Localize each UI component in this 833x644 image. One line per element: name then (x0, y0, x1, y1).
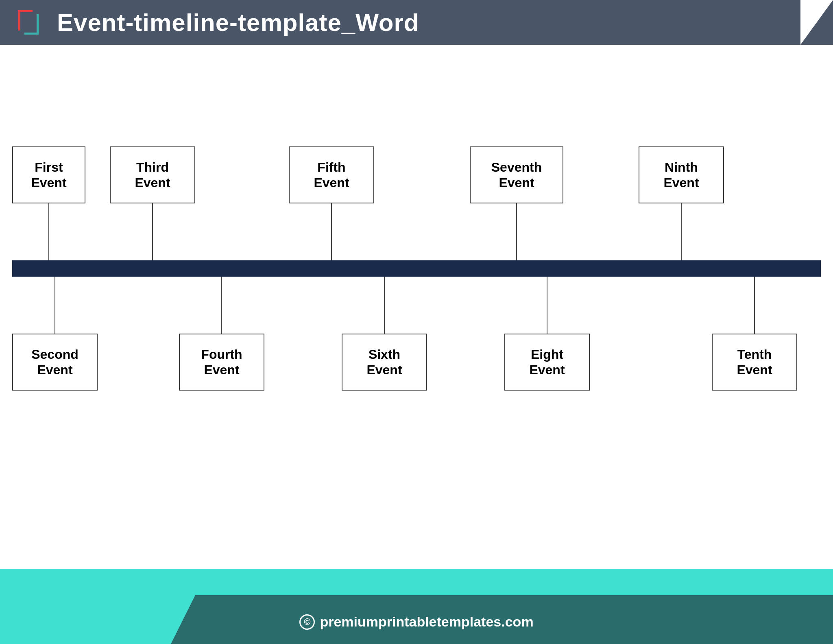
header: Event-timeline-template_Word (0, 0, 833, 45)
page-title: Event-timeline-template_Word (57, 9, 419, 37)
sixth-event-connector (384, 277, 385, 334)
main-content: FirstEvent ThirdEvent FifthEvent Seventh… (0, 45, 833, 594)
first-event-connector (48, 203, 49, 260)
copyright-icon: © (299, 614, 315, 630)
seventh-event-label: SeventhEvent (491, 159, 542, 191)
sixth-event-label: SixthEvent (366, 347, 402, 378)
fifth-event-label: FifthEvent (314, 159, 349, 191)
timeline-bar (12, 260, 821, 277)
tenth-event-box: TenthEvent (712, 334, 797, 391)
logo-p2-icon (24, 14, 39, 35)
first-event-label: FirstEvent (31, 159, 66, 191)
third-event-box: ThirdEvent (110, 146, 195, 203)
sixth-event-box: SixthEvent (342, 334, 427, 391)
tenth-event-label: TenthEvent (737, 347, 772, 378)
second-event-label: SecondEvent (31, 347, 79, 378)
fourth-event-label: FourthEvent (201, 347, 242, 378)
ninth-event-box: NinthEvent (639, 146, 724, 203)
footer-url: premiumprintabletemplates.com (320, 614, 533, 630)
ninth-event-label: NinthEvent (663, 159, 699, 191)
eight-event-connector (547, 277, 547, 334)
third-event-label: ThirdEvent (135, 159, 170, 191)
eight-event-box: EightEvent (504, 334, 590, 391)
fourth-event-connector (221, 277, 222, 334)
ninth-event-connector (681, 203, 682, 260)
fifth-event-connector (331, 203, 332, 260)
first-event-box: FirstEvent (12, 146, 85, 203)
footer: © premiumprintabletemplates.com (0, 569, 833, 644)
timeline: FirstEvent ThirdEvent FifthEvent Seventh… (0, 106, 833, 594)
logo (16, 8, 45, 37)
eight-event-label: EightEvent (529, 347, 565, 378)
tenth-event-connector (754, 277, 755, 334)
footer-text: © premiumprintabletemplates.com (0, 614, 833, 630)
seventh-event-connector (516, 203, 517, 260)
third-event-connector (152, 203, 153, 260)
seventh-event-box: SeventhEvent (470, 146, 563, 203)
fifth-event-box: FifthEvent (289, 146, 374, 203)
second-event-connector (55, 277, 55, 334)
second-event-box: SecondEvent (12, 334, 98, 391)
fourth-event-box: FourthEvent (179, 334, 264, 391)
